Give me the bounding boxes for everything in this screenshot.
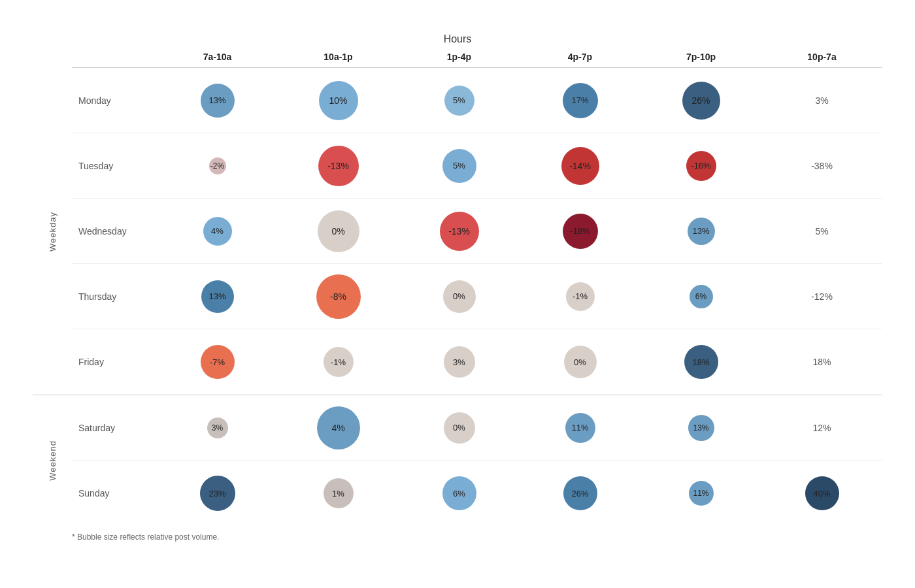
cell-monday-0: 13%: [157, 84, 278, 118]
bubble-wednesday-3: -18%: [563, 214, 598, 249]
cell-wednesday-4: 13%: [640, 218, 761, 245]
cell-tuesday-4: -16%: [640, 151, 761, 181]
cell-monday-3: 17%: [520, 83, 640, 118]
bubble-tuesday-3: -14%: [561, 147, 599, 185]
cell-thursday-4: 6%: [640, 285, 761, 308]
cell-tuesday-2: 5%: [399, 149, 520, 183]
cell-sunday-0: 23%: [157, 476, 278, 511]
bubble-wednesday-1: 0%: [318, 210, 359, 252]
bubble-monday-3: 17%: [563, 83, 598, 118]
bubble-thursday-2: 0%: [443, 280, 476, 313]
cell-tuesday-5: -38%: [761, 161, 882, 171]
cell-tuesday-1: -13%: [278, 146, 399, 186]
cell-saturday-1: 4%: [278, 406, 399, 449]
group-rows-1: Saturday3%4%0%11%13%12%Sunday23%1%6%26%1…: [72, 395, 882, 526]
cell-friday-1: -1%: [278, 347, 399, 377]
bubble-sunday-1: 1%: [324, 478, 354, 508]
bubble-friday-4: 18%: [684, 345, 718, 379]
cell-friday-5: 18%: [761, 357, 882, 367]
bubble-wednesday-2: -13%: [440, 212, 479, 251]
bubble-saturday-2: 0%: [444, 412, 475, 444]
chart-container: Hours 7a-10a 10a-1p 1p-4p 4p-7p 7p-10p 1…: [13, 20, 902, 568]
bubble-friday-3: 0%: [564, 346, 597, 378]
bubble-sunday-3: 26%: [563, 476, 597, 510]
cell-wednesday-3: -18%: [520, 214, 640, 249]
bubble-saturday-0: 3%: [207, 417, 228, 438]
cell-monday-2: 5%: [399, 86, 520, 116]
cell-friday-3: 0%: [520, 346, 640, 378]
cell-thursday-5: -12%: [761, 291, 882, 302]
value-tuesday-5: -38%: [811, 161, 833, 171]
bubble-wednesday-4: 13%: [688, 218, 715, 245]
day-label-thursday: Thursday: [72, 291, 157, 302]
cell-saturday-3: 11%: [520, 413, 640, 443]
bubble-monday-0: 13%: [201, 84, 235, 118]
data-row-saturday: Saturday3%4%0%11%13%12%: [72, 395, 882, 461]
bubble-tuesday-4: -16%: [686, 151, 716, 181]
bubble-sunday-5: 40%: [805, 476, 839, 510]
column-headers: 7a-10a 10a-1p 1p-4p 4p-7p 7p-10p 10p-7a: [72, 52, 882, 68]
bubble-friday-0: -7%: [201, 345, 235, 379]
cell-saturday-4: 13%: [640, 415, 761, 441]
col-header-2: 1p-4p: [399, 52, 520, 62]
value-wednesday-5: 5%: [815, 226, 828, 237]
group-label-col-1: Weekend: [33, 395, 72, 526]
day-label-friday: Friday: [72, 357, 157, 367]
cell-sunday-3: 26%: [520, 476, 640, 510]
cell-wednesday-5: 5%: [761, 226, 882, 237]
footnote: * Bubble size reflects relative post vol…: [33, 532, 882, 542]
cell-wednesday-0: 4%: [157, 217, 278, 246]
cell-friday-4: 18%: [640, 345, 761, 379]
bubble-friday-2: 3%: [444, 346, 475, 378]
cell-thursday-3: -1%: [520, 282, 640, 311]
value-monday-5: 3%: [815, 95, 828, 106]
cell-thursday-0: 13%: [157, 280, 278, 313]
cell-friday-2: 3%: [399, 346, 520, 378]
data-row-monday: Monday13%10%5%17%26%3%: [72, 68, 882, 133]
col-header-1: 10a-1p: [278, 52, 399, 62]
value-thursday-5: -12%: [811, 291, 833, 302]
bubble-saturday-4: 13%: [688, 415, 714, 441]
bubble-sunday-2: 6%: [442, 476, 476, 510]
day-label-monday: Monday: [72, 95, 157, 106]
cell-sunday-4: 11%: [640, 481, 761, 506]
group-label-1: Weekend: [48, 440, 58, 481]
data-row-wednesday: Wednesday4%0%-13%-18%13%5%: [72, 199, 882, 264]
cell-sunday-5: 40%: [761, 476, 882, 510]
bubble-thursday-4: 6%: [690, 285, 713, 308]
group-0: WeekdayMonday13%10%5%17%26%3%Tuesday-2%-…: [33, 68, 882, 395]
bubble-monday-1: 10%: [319, 81, 358, 120]
bubble-sunday-4: 11%: [689, 481, 714, 506]
bubble-monday-2: 5%: [444, 86, 474, 116]
cell-sunday-2: 6%: [399, 476, 520, 510]
value-friday-5: 18%: [812, 357, 831, 367]
cell-saturday-2: 0%: [399, 412, 520, 444]
cell-monday-5: 3%: [761, 95, 882, 106]
cell-thursday-2: 0%: [399, 280, 520, 313]
data-row-thursday: Thursday13%-8%0%-1%6%-12%: [72, 264, 882, 329]
col-header-5: 10p-7a: [761, 52, 882, 62]
cell-wednesday-1: 0%: [278, 210, 399, 252]
data-row-friday: Friday-7%-1%3%0%18%18%: [72, 329, 882, 395]
data-row-tuesday: Tuesday-2%-13%5%-14%-16%-38%: [72, 133, 882, 199]
bubble-tuesday-1: -13%: [318, 146, 359, 186]
cell-saturday-0: 3%: [157, 417, 278, 438]
bubble-saturday-1: 4%: [317, 406, 360, 449]
bubble-friday-1: -1%: [324, 347, 354, 377]
cell-thursday-1: -8%: [278, 274, 399, 319]
bubble-thursday-1: -8%: [316, 274, 361, 319]
bubble-sunday-0: 23%: [200, 476, 235, 511]
cell-monday-1: 10%: [278, 81, 399, 120]
bubble-tuesday-0: -2%: [209, 157, 226, 174]
cell-tuesday-0: -2%: [157, 157, 278, 174]
bubble-monday-4: 26%: [682, 82, 720, 120]
bubble-tuesday-2: 5%: [442, 149, 476, 183]
cell-monday-4: 26%: [640, 82, 761, 120]
bubble-saturday-3: 11%: [565, 413, 595, 443]
data-row-sunday: Sunday23%1%6%26%11%40%: [72, 461, 882, 526]
group-rows-0: Monday13%10%5%17%26%3%Tuesday-2%-13%5%-1…: [72, 68, 882, 395]
col-header-3: 4p-7p: [520, 52, 640, 62]
bubble-wednesday-0: 4%: [203, 217, 232, 246]
group-1: WeekendSaturday3%4%0%11%13%12%Sunday23%1…: [33, 395, 882, 526]
day-label-wednesday: Wednesday: [72, 226, 157, 237]
